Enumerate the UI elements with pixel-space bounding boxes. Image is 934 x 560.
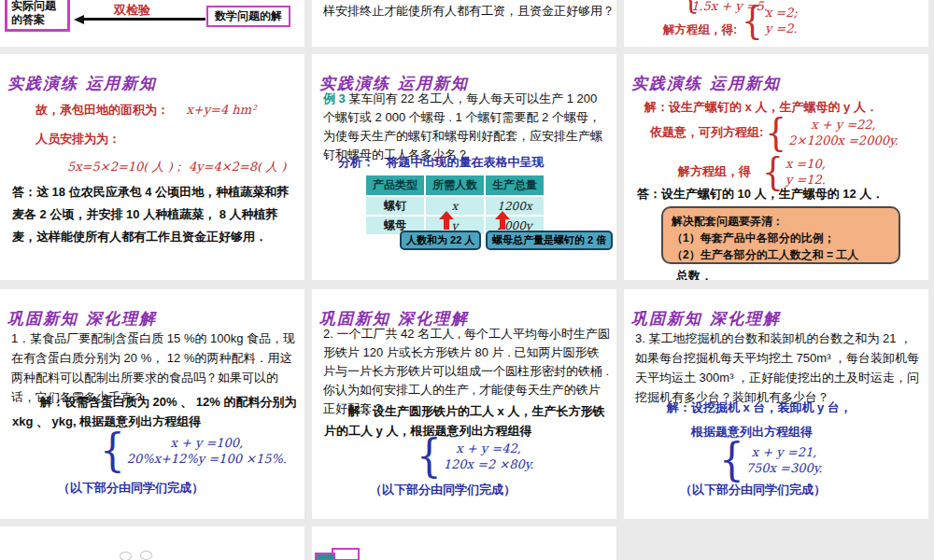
slide-practice-farm-answer[interactable]: 实践演练 运用新知 故，承包田地的面积为： x+y=4 hm² 人员安排为为： … [0,54,304,280]
students-complete-note: （以下部分由同学们完成） [370,482,516,498]
slide-exercise-1[interactable]: 巩固新知 深化理解 1．某食品厂要配制含蛋白质 15 %的 100kg 食品，现… [0,289,304,519]
faint-sketch-mark [120,552,132,560]
analysis-table: 产品类型 所需人数 生产总量 螺钉 x 1200x 螺母 y 2000y [364,174,545,236]
tip-overflow-text: 总数． [676,268,713,280]
solution-box: 数学问题的解 [206,6,290,27]
callout-nut-ratio: 螺母总产量是螺钉的 2 倍 [486,231,613,250]
example-label: 例 3 [323,91,346,105]
solution-values: x =2; y =2. [765,5,798,36]
slide-thumb-solution-cut[interactable]: { 1.5x + y =5. 解方程组，得: { x =2; y =2. [624,0,928,47]
question-text-cut: 样安排终止才能使所有人都有工资，且资金正好够用？ [323,2,615,21]
col-product-type: 产品类型 [365,175,425,196]
slide-thumb-question-cut[interactable]: 样安排终止才能使所有人都有工资，且资金正好够用？ [312,0,616,47]
slide-thumb-next-middle[interactable] [312,526,616,560]
problem-paragraph: 3. 某工地挖掘机的台数和装卸机的台数之和为 21 ，如果每台挖掘机每天平均挖土… [635,329,923,407]
brace: { [100,428,125,473]
solution-x: x =2; [765,5,798,21]
equations: x + y =22, 2×1200x =2000y. [788,117,898,148]
section-header: 巩固新知 深化理解 [631,308,781,329]
cell-screw-people: x [425,196,485,216]
solution-x: x =10, [785,156,826,172]
solution-setup: 解：设需含蛋白质为 20% 、 12% 的配料分别为 xkg 、 ykg, 根据… [12,392,297,431]
cell-screw: 螺钉 [365,196,425,216]
diagram-box-filled [315,553,335,560]
answer-box-label: 实际问题的答案 [11,0,56,26]
equation-system: 依题意，可列方程组: { x + y =22, 2×1200x =2000y. [650,116,899,149]
slide-sorter-page: 实际问题的答案 双检验 数学问题的解 样安排终止才能使所有人都有工资，且资金正好… [0,0,934,560]
cell-screw-total: 1200x [485,196,545,216]
solution-setup-line2: 根据题意列出方程组得 [691,424,813,441]
faint-sketch-mark [140,551,152,560]
slide-exercise-2[interactable]: 巩固新知 深化理解 2. 一个工厂共 42 名工人 , 每个工人平均每小时生产圆… [312,289,616,519]
arrow-stem [444,218,449,230]
equations: x + y =42, 120x =2 ×80y. [444,441,534,472]
solution-box-label: 数学问题的解 [215,8,282,24]
arrow-stem [500,218,505,230]
double-check-label: 双检验 [114,2,150,19]
equation-system: { x + y =21, 750x =300y. [717,441,822,480]
analysis-label: 分析： [338,155,375,169]
solve-label: 解方程组，得 [678,163,751,180]
table-header-row: 产品类型 所需人数 生产总量 [365,175,545,196]
equation-1: x + y =22, [788,117,898,133]
callout-people-sum: 人数和为 22 人 [400,231,481,250]
solution-setup-line1: 解：设挖掘机 x 台，装卸机 y 台， [667,399,852,416]
problem-text: 某车间有 22 名工人，每人每天可以生产 1 200 个螺钉或 2 000 个螺… [323,91,602,161]
slide-practice-example3-solution[interactable]: 实践演练 运用新知 解：设生产螺钉的 x 人，生产螺母的 y 人． 依题意，可列… [624,54,928,280]
tip-title: 解决配套问题要弄清： [672,213,890,230]
equations: x + y =21, 750x =300y. [746,444,823,476]
section-header: 实践演练 运用新知 [7,73,157,94]
slide-exercise-3[interactable]: 巩固新知 深化理解 3. 某工地挖掘机的台数和装卸机的台数之和为 21 ，如果每… [624,289,928,519]
solve-label: 解方程组，得: [663,22,737,38]
section-header: 实践演练 运用新知 [631,73,781,94]
col-total-production: 生产总量 [485,175,545,196]
brace: { [742,1,763,39]
solution-system: { x =2; y =2. [740,4,798,37]
calc-line: 5x=5×2=10( 人 )； 4y=4×2=8( 人 ) [67,159,286,175]
answer-paragraph: 答：设生产螺钉的 10 人，生产螺母的 12 人． [637,183,915,204]
section-header: 巩固新知 深化理解 [7,308,157,329]
table-row-screws: 螺钉 x 1200x [365,196,545,216]
tip-item-2: （2）生产各部分的工人数之和 = 工人 [672,246,890,263]
diagram-box-outline [332,548,360,560]
brace: { [719,438,744,483]
equations: x + y =100, 20%x+12%y =100 ×15%. [127,435,287,467]
equation-2: 750x =300y. [746,460,823,476]
analysis-line: 分析： 将题中出现的量在表格中呈现 [338,153,544,171]
col-people-needed: 所需人数 [425,175,485,196]
analysis-text: 将题中出现的量在表格中呈现 [386,155,544,169]
area-formula: x+y=4 hm² [186,103,256,117]
system-label: 依题意，可列方程组: [650,124,763,141]
equation-system: { x + y =42, 120x =2 ×80y. [415,437,534,476]
red-up-arrow-icon [439,211,454,230]
tip-item-1: （1）每套产品中各部分的比例； [672,230,890,246]
equation-1: x + y =42, [444,441,534,456]
red-up-arrow-icon [495,211,510,230]
solution-setup: 解：设生产螺钉的 x 人，生产螺母的 y 人． [644,99,878,116]
equation-system: { x + y =100, 20%x+12%y =100 ×15%. [98,431,287,470]
equation-2: 120x =2 ×80y. [444,456,534,472]
brace: { [417,434,442,479]
equation-2: 2×1200x =2000y. [788,133,898,148]
tip-box: 解决配套问题要弄清： （1）每套产品中各部分的比例； （2）生产各部分的工人数之… [661,206,900,264]
students-complete-note: （以下部分由同学们完成） [58,480,204,497]
slide-thumb-flow-diagram[interactable]: 实际问题的答案 双检验 数学问题的解 [0,0,304,47]
slide-thumb-next-left[interactable] [0,526,304,560]
area-label: 故，承包田地的面积为： [35,103,169,117]
solution-setup: 解：设生产圆形铁片的工人 x 人，生产长方形铁片的工人 y 人，根据题意列出方程… [324,401,612,441]
area-line: 故，承包田地的面积为： x+y=4 hm² [35,101,256,119]
staff-line: 人员安排为为： [35,131,120,147]
equation-1: x + y =100, [127,435,287,451]
answer-box: 实际问题的答案 [5,0,70,32]
brace: { [765,113,786,151]
equation-2: 20%x+12%y =100 ×15%. [127,451,287,467]
solution-y: y =2. [765,21,798,36]
slide-practice-example3[interactable]: 实践演练 运用新知 例 3 某车间有 22 名工人，每人每天可以生产 1 200… [312,54,616,280]
equation-1: x + y =21, [746,444,823,460]
answer-paragraph: 答：这 18 位农民应承包 4 公顷田地，种植蔬菜和荞麦各 2 公顷，并安排 1… [12,181,294,248]
students-complete-note: （以下部分由同学们完成） [680,482,826,498]
